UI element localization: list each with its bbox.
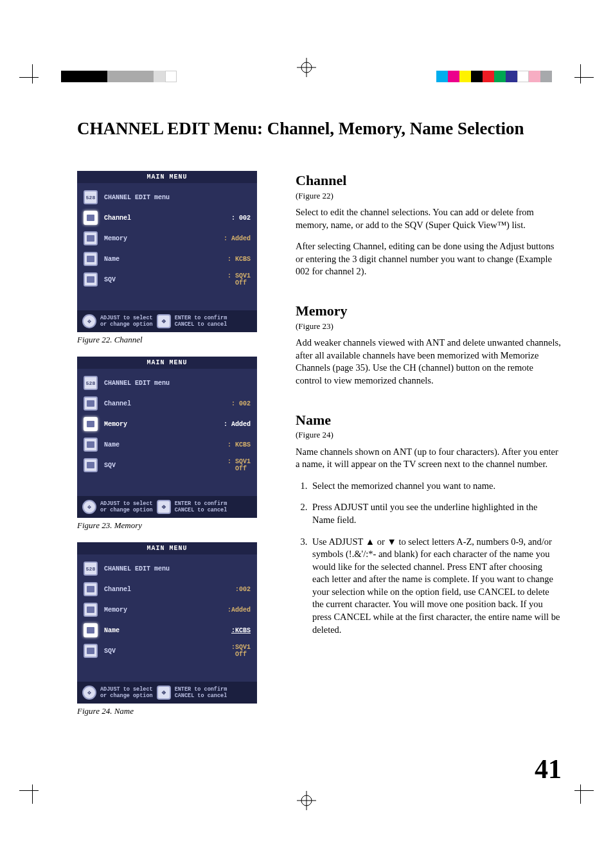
menu-item-memory: Memory (104, 421, 224, 428)
body-text: Select to edit the channel selections. Y… (296, 206, 562, 231)
figure-caption: Figure 24. Name (77, 706, 270, 716)
figure-reference: (Figure 23) (296, 321, 562, 332)
menu-value: : 002 (231, 400, 251, 407)
body-text: Add weaker channels viewed with ANT and … (296, 337, 562, 387)
menu-item-sqv: SQV (104, 462, 227, 469)
menu-item-channel: Channel (104, 215, 231, 222)
list-item: Select the memorized channel you want to… (310, 480, 562, 493)
enter-cancel-icon: ⎆ (157, 686, 171, 700)
tv-icon (84, 396, 98, 411)
list-item: Use ADJUST ▲ or ▼ to select letters A-Z,… (310, 536, 562, 637)
hint-text: ADJUST to select (100, 500, 153, 507)
tv-icon (84, 272, 98, 287)
section-heading-name: Name (296, 411, 562, 430)
page-number: 41 (535, 754, 562, 784)
figure-reference: (Figure 22) (296, 190, 562, 202)
registration-mark-icon (297, 58, 316, 77)
menu-value: : SQV1 Off (227, 272, 251, 287)
tv-icon (84, 603, 98, 617)
tv-icon (84, 458, 98, 472)
dpad-icon: ✥ (82, 686, 96, 700)
menu-title: MAIN MENU (77, 542, 257, 554)
menu-item-channel: Channel (104, 586, 235, 593)
tv-icon (84, 211, 98, 225)
tv-icon (84, 644, 98, 658)
tv-icon (84, 582, 98, 596)
hint-text: CANCEL to cancel (175, 507, 227, 513)
hint-text: ENTER to confirm (175, 500, 227, 507)
hint-text: or change option (100, 507, 153, 513)
menu-item-memory: Memory (104, 607, 227, 614)
figure-24-menu: MAIN MENU 528CHANNEL EDIT menu Channel:0… (77, 542, 257, 704)
menu-value: : Added (224, 235, 251, 242)
figure-caption: Figure 22. Channel (77, 335, 270, 345)
menu-item-name: Name (104, 441, 227, 448)
menu-value: :KCBS (231, 627, 251, 634)
body-text: Name channels shown on ANT (up to four c… (296, 446, 562, 471)
channel-number-icon: 528 (84, 376, 98, 390)
figure-caption: Figure 23. Memory (77, 520, 270, 531)
menu-value: : 002 (231, 215, 251, 222)
hint-text: or change option (100, 321, 153, 328)
hint-text: CANCEL to cancel (175, 321, 227, 328)
menu-item-sqv: SQV (104, 276, 227, 283)
tv-icon (84, 623, 98, 637)
enter-cancel-icon: ⎆ (157, 500, 171, 514)
figure-22-menu: MAIN MENU 528CHANNEL EDIT menu Channel: … (77, 171, 257, 332)
menu-value: : KCBS (227, 441, 251, 448)
list-item: Press ADJUST until you see the underline… (310, 501, 562, 526)
dpad-icon: ✥ (82, 314, 96, 328)
hint-text: CANCEL to cancel (175, 693, 227, 699)
menu-item-sqv: SQV (104, 648, 231, 655)
menu-item-name: Name (104, 627, 231, 634)
hint-text: ADJUST to select (100, 686, 153, 693)
tv-icon (84, 252, 98, 266)
menu-item-memory: Memory (104, 235, 224, 242)
enter-cancel-icon: ⎆ (157, 314, 171, 328)
color-swatches-left (61, 71, 177, 82)
menu-title: MAIN MENU (77, 171, 257, 183)
menu-item-channel: Channel (104, 400, 231, 407)
tv-icon (84, 438, 98, 452)
down-arrow-icon: ▼ (387, 536, 396, 547)
page-title: CHANNEL EDIT Menu: Channel, Memory, Name… (77, 119, 562, 139)
menu-value: :SQV1 Off (231, 644, 251, 658)
menu-value: :002 (235, 586, 251, 593)
hint-text: ENTER to confirm (175, 686, 227, 693)
figure-reference: (Figure 24) (296, 429, 562, 441)
menu-value: : Added (224, 421, 251, 428)
tv-icon (84, 231, 98, 245)
hint-text: ADJUST to select (100, 315, 153, 321)
color-swatches-right (436, 71, 552, 82)
hint-text: ENTER to confirm (175, 315, 227, 321)
registration-mark-icon (297, 791, 316, 810)
menu-item-name: Name (104, 256, 227, 263)
menu-value: : SQV1 Off (227, 458, 251, 472)
channel-number-icon: 528 (84, 190, 98, 204)
hint-text: or change option (100, 693, 153, 699)
dpad-icon: ✥ (82, 500, 96, 514)
menu-label: CHANNEL EDIT menu (104, 565, 251, 572)
figure-23-menu: MAIN MENU 528CHANNEL EDIT menu Channel: … (77, 357, 257, 518)
menu-label: CHANNEL EDIT menu (104, 194, 251, 201)
menu-title: MAIN MENU (77, 357, 257, 369)
channel-number-icon: 528 (84, 562, 98, 576)
section-heading-channel: Channel (296, 171, 562, 190)
section-heading-memory: Memory (296, 301, 562, 321)
tv-icon (84, 417, 98, 431)
body-text: After selecting Channel, editing can be … (296, 240, 562, 278)
menu-value: :Added (227, 607, 251, 614)
up-arrow-icon: ▲ (366, 536, 375, 547)
menu-label: CHANNEL EDIT menu (104, 380, 251, 387)
menu-value: : KCBS (227, 256, 251, 263)
